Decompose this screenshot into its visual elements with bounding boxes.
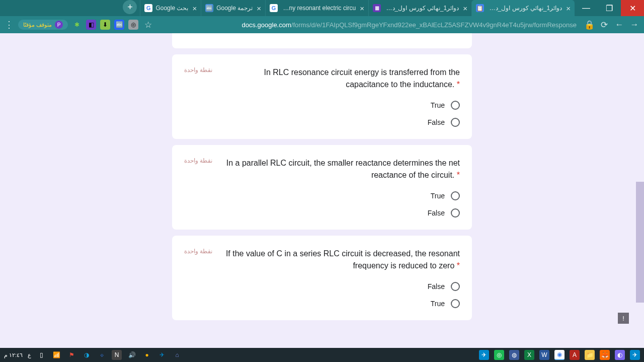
new-tab-button[interactable]: +: [123, 0, 137, 14]
tab-close-icon[interactable]: ×: [463, 4, 467, 13]
radio-option[interactable]: False: [428, 208, 460, 218]
tray-icon[interactable]: N: [112, 350, 122, 360]
taskbar-clock[interactable]: ١٢:٤٦ م: [4, 352, 23, 358]
titlebar: ✕ ❐ — × دوائر1_نهائي كورس اول_دور اول 📋 …: [0, 0, 644, 16]
radio-icon: [451, 118, 460, 127]
radio-option[interactable]: False: [428, 282, 460, 291]
tray-icon[interactable]: ●: [142, 350, 152, 360]
taskbar-app-icon[interactable]: ◍: [509, 350, 519, 360]
option-label: False: [428, 209, 445, 217]
option-label: True: [431, 101, 445, 109]
taskbar-app-icon[interactable]: 📁: [585, 350, 595, 360]
tab-close-icon[interactable]: ×: [566, 4, 571, 13]
volume-icon[interactable]: 🔊: [127, 350, 137, 360]
taskbar-app-icon[interactable]: ◐: [615, 350, 625, 360]
tray-icon[interactable]: ⚑: [66, 350, 76, 360]
radio-icon: [451, 282, 460, 291]
report-problem-icon[interactable]: !: [618, 313, 629, 324]
points-label: نقطة واحدة: [184, 248, 212, 255]
extension-tray: ◎ 🔤 ⬇ ◧ ✱ P متوقف مؤقتًا: [18, 20, 138, 30]
tab[interactable]: × دوائر1_نهائي كورس اول_دور اول ≣: [368, 0, 471, 16]
radio-icon: [451, 191, 460, 200]
tab[interactable]: × At any resonant electric circu G: [265, 0, 368, 16]
required-star-icon: *: [457, 80, 460, 89]
question-card-partial: [172, 33, 472, 48]
page-content: نقطة واحدة In RLC resonance circuit ener…: [0, 33, 644, 348]
radio-icon: [451, 208, 460, 218]
tab[interactable]: × بحث Google G: [140, 0, 201, 16]
taskbar-chrome-icon[interactable]: ◉: [554, 350, 565, 360]
tab-title: ترجمة Google: [216, 5, 253, 12]
window-maximize-button[interactable]: ❐: [598, 0, 621, 16]
extension-icon[interactable]: ◎: [128, 20, 138, 30]
network-icon[interactable]: 📶: [51, 350, 61, 360]
paused-label: متوقف مؤقتًا: [23, 22, 52, 28]
option-label: False: [428, 118, 445, 126]
taskbar-app-icon[interactable]: 🦊: [600, 350, 610, 360]
tab-close-icon[interactable]: ×: [192, 4, 197, 13]
window-close-button[interactable]: ✕: [621, 0, 644, 16]
taskbar-app-icon[interactable]: ✈: [479, 350, 489, 360]
form-icon: 📋: [476, 4, 484, 12]
extension-icon[interactable]: 🔤: [114, 20, 124, 30]
address-bar: → ← ⟳ 🔒 docs.google.com/forms/d/e/1FAIpQ…: [0, 16, 644, 33]
taskbar-app-icon[interactable]: A: [570, 350, 580, 360]
option-label: True: [431, 192, 445, 200]
radio-option[interactable]: True: [431, 101, 460, 110]
tab-title: دوائر1_نهائي كورس اول_دور اول: [487, 5, 562, 12]
bluetooth-icon[interactable]: ⟐: [97, 350, 107, 360]
tab-title: دوائر1_نهائي كورس اول_دور اول: [384, 5, 459, 12]
taskbar-app-icon[interactable]: X: [524, 350, 534, 360]
radio-option[interactable]: False: [428, 118, 460, 127]
radio-icon: [451, 101, 460, 110]
tab-close-icon[interactable]: ×: [257, 4, 261, 13]
extensions-menu-icon[interactable]: ✱: [72, 20, 82, 30]
url-host: docs.google.com: [242, 21, 291, 29]
url-field[interactable]: docs.google.com/forms/d/e/1FAIpQLSf9gmRg…: [157, 21, 580, 29]
bookmark-star-button[interactable]: ☆: [142, 20, 153, 30]
taskbar-app-icon[interactable]: ◎: [494, 350, 504, 360]
radio-icon: [451, 299, 460, 308]
lock-icon: 🔒: [584, 20, 595, 30]
radio-option[interactable]: True: [431, 299, 460, 308]
tab-strip: × دوائر1_نهائي كورس اول_دور اول 📋 × دوائ…: [0, 0, 575, 16]
form-icon: ≣: [373, 4, 381, 12]
question-text: If the value of C in a series RLC circui…: [220, 248, 460, 272]
google-icon: G: [270, 4, 278, 12]
nav-forward-button[interactable]: ←: [614, 20, 625, 30]
taskbar-lang[interactable]: ع: [28, 352, 31, 358]
points-label: نقطة واحدة: [184, 66, 212, 74]
tray-icon[interactable]: ◑: [82, 350, 92, 360]
browser-menu-button[interactable]: ⋮: [4, 19, 14, 30]
tab[interactable]: × ترجمة Google 🔤: [201, 0, 265, 16]
tab-close-icon[interactable]: ×: [360, 4, 364, 13]
taskbar-app-icon[interactable]: ✈: [630, 350, 640, 360]
nav-back-button[interactable]: →: [629, 20, 640, 30]
reload-button[interactable]: ⟳: [599, 20, 610, 30]
telegram-tray-icon[interactable]: ✈: [157, 350, 167, 360]
close-icon: ✕: [629, 4, 636, 13]
option-label: True: [431, 300, 445, 308]
profile-paused-pill[interactable]: P متوقف مؤقتًا: [18, 20, 68, 30]
discord-icon[interactable]: ⌂: [172, 350, 182, 360]
question-card: نقطة واحدة In a parallel RLC circuit, th…: [172, 145, 472, 230]
question-text: In a parallel RLC circuit, the smaller r…: [220, 157, 460, 181]
os-taskbar: ✈ ◐ 🦊 📁 A ◉ W X ◍ ◎ ✈ ⌂ ✈ ● 🔊 N ⟐ ◑ ⚑ 📶 …: [0, 348, 644, 362]
radio-option[interactable]: True: [431, 191, 460, 200]
option-label: False: [428, 282, 445, 291]
google-icon: G: [144, 4, 152, 12]
taskbar-app-icon[interactable]: W: [539, 350, 549, 360]
window-controls: ✕ ❐ —: [575, 0, 644, 16]
battery-icon[interactable]: ▯: [36, 350, 46, 360]
tab-title: At any resonant electric circu: [281, 5, 356, 12]
points-label: نقطة واحدة: [184, 157, 212, 164]
url-path: /forms/d/e/1FAIpQLSf9gmRgeYFxnd922ee_xBA…: [291, 21, 577, 29]
window-minimize-button[interactable]: —: [575, 0, 598, 16]
extension-icon[interactable]: ◧: [86, 20, 96, 30]
extension-icon[interactable]: ⬇: [100, 20, 110, 30]
plus-icon: +: [127, 2, 133, 13]
question-card: نقطة واحدة If the value of C in a series…: [172, 236, 472, 320]
question-text: In RLC resonance circuit energy is trans…: [220, 66, 460, 91]
scrollbar-thumb[interactable]: [636, 182, 644, 303]
tab-active[interactable]: × دوائر1_نهائي كورس اول_دور اول 📋: [471, 0, 575, 16]
